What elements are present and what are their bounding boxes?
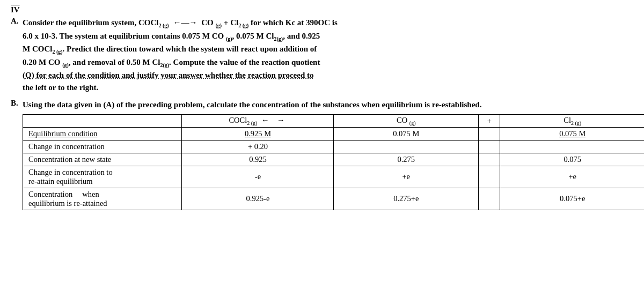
arrow-left: ←—→ — [173, 17, 197, 29]
row5-cl2: 0.075+e — [500, 188, 644, 210]
row4-plus — [479, 166, 500, 188]
table-header-row: COCl2 (g) ← → CO (g) + Cl2 (g) — [23, 114, 645, 127]
table-row: Change in concentration tore-attain equi… — [23, 166, 645, 188]
row4-label: Change in concentration tore-attain equi… — [23, 166, 182, 188]
section-b-label: B. — [11, 99, 23, 111]
section-a-label: A. — [11, 17, 23, 94]
row3-cl2: 0.075 — [500, 153, 644, 166]
row5-cocl2: 0.925-e — [182, 188, 334, 210]
header-cocl2-cell: COCl2 (g) ← → — [182, 114, 334, 127]
section-b: B. Using the data given in (A) of the pr… — [11, 99, 633, 111]
line4: 0.20 M CO (g), and removal of 0.50 M Cl2… — [23, 58, 320, 66]
header-co-cell: CO (g) — [334, 114, 479, 127]
line6: the left or to the right. — [23, 83, 98, 92]
line2: 6.0 x 10-3. The system at equilibrium co… — [23, 32, 320, 40]
row3-co: 0.275 — [334, 153, 479, 166]
row4-co: +e — [334, 166, 479, 188]
section-a: A. Consider the equilibrium system, COCl… — [11, 17, 633, 94]
row4-cocl2: -e — [182, 166, 334, 188]
page-wrapper: IV A. Consider the equilibrium system, C… — [11, 5, 633, 210]
row1-label: Equilibrium condition — [23, 127, 182, 140]
table-row: Change in concentration + 0.20 — [23, 140, 645, 153]
section-a-content: Consider the equilibrium system, COCl2 (… — [23, 17, 633, 94]
row5-co: 0.275+e — [334, 188, 479, 210]
row3-plus — [479, 153, 500, 166]
row1-co: 0.075 M — [334, 127, 479, 140]
equilibrium-table: COCl2 (g) ← → CO (g) + Cl2 (g) Equilibri… — [23, 114, 644, 210]
section-b-content: Using the data given in (A) of the prece… — [23, 99, 633, 111]
header-cl2-cell: Cl2 (g) — [500, 114, 644, 127]
row2-co — [334, 140, 479, 153]
header-arrows: ← → — [261, 116, 285, 125]
row2-cl2 — [500, 140, 644, 153]
line1: Consider the equilibrium system, COCl2 (… — [23, 18, 338, 27]
table-row: Concentration at new state 0.925 0.275 0… — [23, 153, 645, 166]
row2-label: Change in concentration — [23, 140, 182, 153]
consider-text: Consider the equilibrium system, COCl2 (… — [23, 18, 169, 27]
table-row: Equilibrium condition 0.925 M 0.075 M 0.… — [23, 127, 645, 140]
row4-cl2: +e — [500, 166, 644, 188]
row1-cocl2: 0.925 M — [182, 127, 334, 140]
row5-label: Concentration whenequilibrium is re-atta… — [23, 188, 182, 210]
line5: (Q) for each of the condition and justif… — [23, 71, 313, 79]
row3-label: Concentration at new state — [23, 153, 182, 166]
line3: M COCl2 (g). Predict the direction towar… — [23, 45, 317, 53]
table-row: Concentration whenequilibrium is re-atta… — [23, 188, 645, 210]
header-plus-cell: + — [479, 114, 500, 127]
row3-cocl2: 0.925 — [182, 153, 334, 166]
row2-cocl2: + 0.20 — [182, 140, 334, 153]
header-label-cell — [23, 114, 182, 127]
row5-plus — [479, 188, 500, 210]
page-number: IV — [11, 5, 633, 14]
row1-plus — [479, 127, 500, 140]
row1-cl2: 0.075 M — [500, 127, 644, 140]
row2-plus — [479, 140, 500, 153]
co-text: CO (g) + Cl2 (g) for which Kc at 390OC i… — [201, 18, 338, 27]
